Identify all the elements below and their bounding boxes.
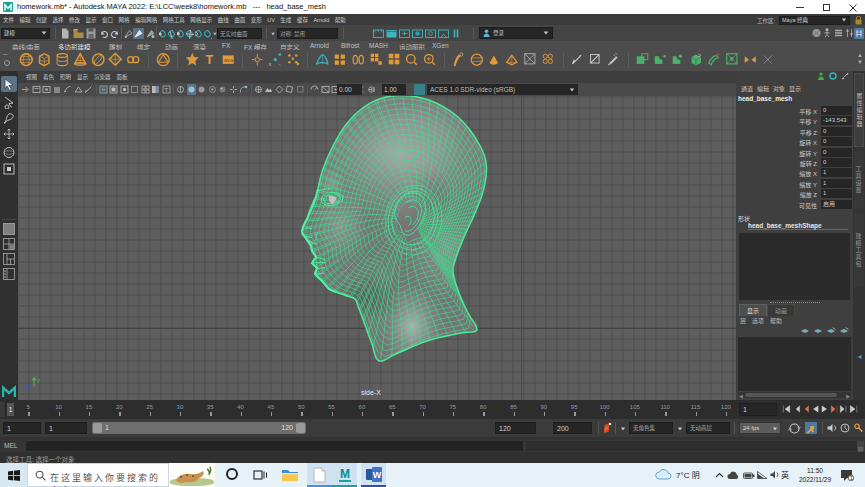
- svg-text:1: 1: [850, 475, 853, 481]
- svg-text:x: x: [269, 61, 272, 67]
- svg-text:W: W: [373, 470, 382, 480]
- svg-text:SVG: SVG: [224, 58, 233, 63]
- svg-text:T: T: [205, 52, 213, 67]
- svg-text:y: y: [37, 377, 40, 383]
- svg-text:T: T: [164, 87, 168, 93]
